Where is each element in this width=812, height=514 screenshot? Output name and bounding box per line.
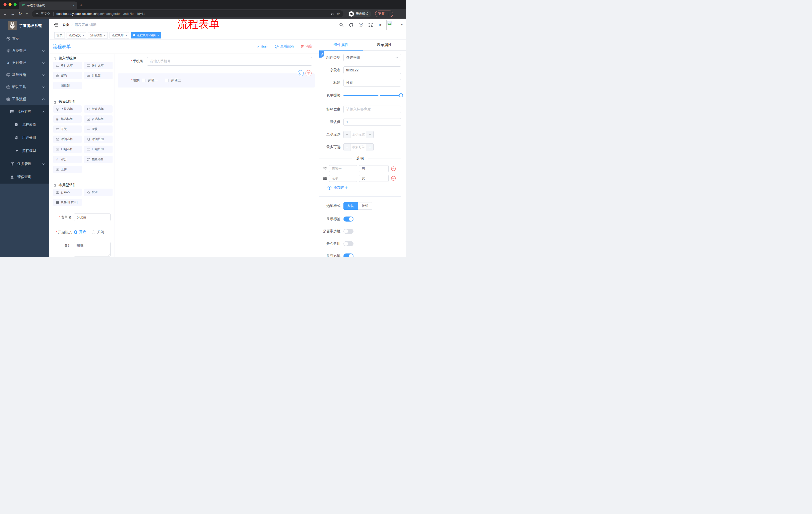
stepper-minus-button[interactable]: − [344, 131, 350, 138]
resize-grip[interactable] [108, 254, 110, 256]
required-toggle[interactable] [343, 253, 353, 257]
sidebar-collapse-icon[interactable] [54, 23, 59, 27]
component-time-range[interactable]: 时间范围 [84, 136, 113, 143]
disabled-toggle[interactable] [343, 241, 353, 246]
reload-icon[interactable]: ↻ [19, 12, 22, 16]
breadcrumb-home[interactable]: 首页 [63, 23, 69, 27]
stepper-plus-button[interactable]: + [367, 131, 373, 138]
border-toggle[interactable] [343, 229, 353, 234]
slider-track[interactable] [343, 95, 401, 96]
component-editor[interactable]: 编辑器 [53, 82, 82, 89]
component-date-picker[interactable]: 日期选择 [53, 145, 82, 153]
form-name-input[interactable]: biubiu [74, 214, 111, 221]
component-slider[interactable]: 滑块 [84, 126, 113, 133]
avatar[interactable] [386, 20, 396, 30]
canvas-field-gender-selected[interactable]: *性别 选项一 选项二 [118, 74, 315, 87]
form-canvas[interactable]: *手机号 请输入手机号 *性别 选项一 选项二 [115, 54, 319, 257]
show-label-toggle[interactable] [343, 217, 353, 221]
remark-textarea[interactable]: 嘿嘿 [74, 242, 111, 256]
new-tab-button[interactable]: + [80, 2, 83, 8]
back-icon[interactable]: ← [3, 12, 7, 16]
browser-tab[interactable]: 芋道管理系统 × [19, 1, 77, 9]
component-cascader[interactable]: 级联选择 [84, 105, 113, 113]
view-json-button[interactable]: 查看json [274, 44, 294, 49]
add-option-button[interactable]: 添加选项 [327, 185, 401, 190]
tag-process-model[interactable]: 流程模型× [88, 32, 108, 38]
sidebar-item-task-mgmt[interactable]: 任务管理 [0, 157, 49, 170]
min-select-stepper[interactable]: − 至少应选 + [343, 131, 374, 138]
component-radio-group[interactable]: ◉ 单选框组 [53, 115, 82, 123]
min-select-input[interactable]: 至少应选 [350, 131, 367, 138]
tag-close-icon[interactable]: × [157, 34, 159, 37]
status-on-radio[interactable]: 开启 [74, 230, 86, 234]
home-icon[interactable]: ⌂ [26, 12, 28, 16]
tab-close-icon[interactable]: × [72, 3, 75, 7]
delete-component-button[interactable] [306, 70, 312, 76]
component-multi-text[interactable]: 多行文本 [84, 62, 113, 69]
sidebar-item-user-group[interactable]: 用户分组 [0, 131, 49, 144]
tab-component-props[interactable]: 组件属性 [319, 39, 363, 50]
component-counter[interactable]: 123 计数器 [84, 72, 113, 79]
component-upload[interactable]: 上传 [53, 166, 82, 173]
sidebar-item-home[interactable]: 首页 [0, 33, 49, 45]
tag-close-icon[interactable]: × [125, 34, 127, 37]
drag-handle-icon[interactable] [323, 167, 327, 171]
checkbox-option2[interactable] [165, 79, 169, 82]
title-input[interactable]: 性别 [343, 79, 401, 86]
style-default-button[interactable]: 默认 [343, 202, 358, 210]
component-row-container[interactable]: 行容器 [53, 189, 82, 196]
sidebar-item-process-form[interactable]: 流程表单 [0, 118, 49, 131]
stepper-minus-button[interactable]: − [344, 143, 350, 151]
remove-option-icon[interactable] [391, 166, 396, 171]
field-name-input[interactable]: field122 [343, 66, 401, 74]
component-rate[interactable]: ☆ 评分 [53, 156, 82, 163]
clear-button[interactable]: 清空 [300, 44, 313, 49]
browser-update-button[interactable]: 更新 ⋮ [375, 10, 393, 17]
slider-handle[interactable] [399, 93, 403, 97]
tag-close-icon[interactable]: × [82, 34, 84, 37]
close-window-button[interactable] [3, 3, 6, 6]
sidebar-item-workflow[interactable]: 工作流程 [0, 93, 49, 105]
option-label-input[interactable]: 选项二 [329, 175, 357, 182]
sidebar-item-devtools[interactable]: 研发工具 [0, 81, 49, 93]
component-date-range[interactable]: 日期范围 [84, 145, 113, 153]
forward-icon[interactable]: → [11, 12, 15, 16]
browser-menu-kebab-icon[interactable]: ⋮ [387, 12, 390, 16]
sidebar-item-payment[interactable]: ¥ 支付管理 [0, 57, 49, 69]
tab-form-props[interactable]: 表单属性 [363, 39, 406, 50]
option-value-input[interactable]: 女 [359, 175, 389, 182]
max-select-input[interactable]: 最多可选 [350, 143, 367, 151]
font-size-icon[interactable]: Tt [378, 23, 381, 27]
canvas-field-phone[interactable]: *手机号 请输入手机号 [115, 57, 319, 65]
save-button[interactable]: ✓ 保存 [257, 44, 268, 49]
status-off-radio[interactable]: 关闭 [92, 230, 104, 234]
component-button[interactable]: 按钮 [84, 189, 113, 196]
component-select[interactable]: 下拉选择 [53, 105, 82, 113]
grid-slider[interactable] [343, 91, 401, 99]
sidebar-item-system[interactable]: 系统管理 [0, 45, 49, 57]
not-secure-label[interactable]: 不安全 [41, 12, 50, 16]
style-button-button[interactable]: 按钮 [358, 202, 372, 210]
bookmark-star-icon[interactable]: ☆ [337, 12, 340, 16]
sidebar-item-leave-query[interactable]: 请假查询 [0, 170, 49, 184]
max-select-stepper[interactable]: − 最多可选 + [343, 143, 374, 151]
tag-process-form[interactable]: 流程表单× [110, 32, 129, 38]
component-password[interactable]: 密码 [53, 72, 82, 79]
search-icon[interactable] [339, 23, 344, 27]
component-table-dev[interactable]: 表格[开发中] [53, 199, 82, 206]
drag-handle-icon[interactable] [323, 176, 327, 181]
sidebar-item-process-model[interactable]: 流程模型 [0, 144, 49, 157]
zoom-window-button[interactable] [13, 3, 17, 6]
stepper-plus-button[interactable]: + [367, 143, 373, 151]
tag-close-icon[interactable]: × [104, 34, 105, 37]
component-switch[interactable]: 开关 [53, 126, 82, 133]
copy-component-button[interactable] [298, 70, 304, 76]
label-width-input[interactable]: 请输入标签宽度 [343, 106, 401, 113]
sidebar-item-process-mgmt[interactable]: 流程管理 [0, 105, 49, 118]
avatar-caret-icon[interactable]: ▾ [401, 23, 403, 26]
component-single-text[interactable]: 单行文本 [53, 62, 82, 69]
component-type-select[interactable]: 多选框组 [343, 54, 401, 61]
checkbox-option1[interactable] [142, 79, 145, 82]
default-value-input[interactable]: 1 [343, 118, 401, 126]
component-color-picker[interactable]: 颜色选择 [84, 156, 113, 163]
